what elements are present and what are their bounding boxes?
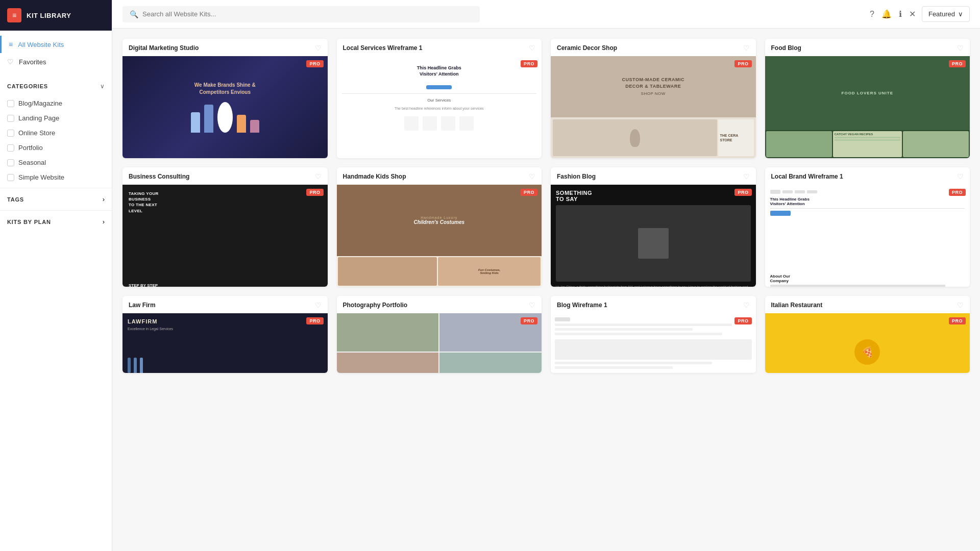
card-local-services-wireframe[interactable]: Local Services Wireframe 1 ♡ PRO This He… xyxy=(337,39,542,158)
preview-kids-bottom: Fun Costumes,Smiling Kids xyxy=(337,256,542,287)
all-website-kits-label: All Website Kits xyxy=(18,41,64,48)
card-ceramic-decor-shop[interactable]: Ceramic Decor Shop ♡ PRO CUSTOM-MADE CER… xyxy=(551,39,756,158)
card-preview: PRO xyxy=(551,313,756,373)
categories-header[interactable]: CATEGORIES ∨ xyxy=(7,83,105,90)
search-box[interactable]: 🔍 xyxy=(122,6,480,22)
preview-text: We Make Brands Shine &Competitors Enviou… xyxy=(194,82,256,96)
favorite-icon[interactable]: ♡ xyxy=(315,172,322,181)
seasonal-checkbox[interactable] xyxy=(7,159,14,166)
card-header: Ceramic Decor Shop ♡ xyxy=(551,39,756,56)
card-title: Blog Wireframe 1 xyxy=(557,302,607,309)
preview-headline: This Headline GrabsVisitors' Attention xyxy=(342,61,537,81)
category-item-landing-page[interactable]: Landing Page xyxy=(0,111,112,126)
category-item-online-store[interactable]: Online Store xyxy=(0,126,112,140)
notification-icon[interactable]: 🔔 xyxy=(881,9,892,19)
kits-chevron-icon: › xyxy=(103,218,105,226)
sidebar-item-favorites[interactable]: ♡ Favorites xyxy=(0,53,112,70)
photo-cell-3 xyxy=(337,353,439,373)
seasonal-label: Seasonal xyxy=(18,159,46,166)
blog-magazine-checkbox[interactable] xyxy=(7,100,14,107)
category-item-simple-website[interactable]: Simple Website xyxy=(0,170,112,185)
preview-line-1 xyxy=(555,323,732,326)
portfolio-checkbox[interactable] xyxy=(7,144,14,152)
card-local-brand-wireframe[interactable]: Local Brand Wireframe 1 ♡ PRO Thi xyxy=(765,167,970,287)
card-preview: PRO SOMETHINGTO SAY Hi, I'm Chloe, a thi… xyxy=(551,185,756,287)
card-blog-wireframe[interactable]: Blog Wireframe 1 ♡ PRO xyxy=(551,296,756,373)
preview-services-text: Our Services xyxy=(342,96,537,105)
preview-italian-logo: 🍕 xyxy=(854,339,880,365)
preview-blog-logo xyxy=(555,317,570,321)
kit-library-icon: ≡ xyxy=(7,8,21,22)
preview-vase xyxy=(553,119,717,156)
card-photography-portfolio[interactable]: Photography Portfolio ♡ PRO xyxy=(337,296,542,373)
favorite-icon[interactable]: ♡ xyxy=(743,172,750,181)
favorite-icon[interactable]: ♡ xyxy=(315,301,322,309)
tags-section[interactable]: TAGS › xyxy=(0,188,112,210)
topbar: 🔍 ? 🔔 ℹ ✕ Featured ∨ xyxy=(112,0,980,29)
card-title: Local Brand Wireframe 1 xyxy=(771,173,843,180)
simple-website-checkbox[interactable] xyxy=(7,174,14,181)
preview-about-area: About OurCompany xyxy=(770,274,965,287)
preview-line-2 xyxy=(555,328,693,331)
favorite-icon[interactable]: ♡ xyxy=(743,44,750,52)
favorite-icon[interactable]: ♡ xyxy=(957,172,964,181)
preview-shapes xyxy=(191,102,259,133)
pro-badge: PRO xyxy=(949,317,966,324)
favorite-icon[interactable]: ♡ xyxy=(743,301,750,309)
preview-store-text: THE CERASTORE xyxy=(720,133,752,142)
online-store-checkbox[interactable] xyxy=(7,130,14,137)
header-icon-glyph: ≡ xyxy=(12,11,16,19)
card-business-consulting[interactable]: Business Consulting ♡ PRO TAKING YOURBUS… xyxy=(122,167,328,287)
pro-badge: PRO xyxy=(521,189,537,196)
card-preview: PRO LAWFIRM Excellence in Legal Services xyxy=(122,313,328,373)
preview-about-title: About OurCompany xyxy=(770,274,965,283)
app-title: KIT LIBRARY xyxy=(27,12,71,19)
card-fashion-blog[interactable]: Fashion Blog ♡ PRO SOMETHINGTO SAY Hi, I… xyxy=(551,167,756,287)
topbar-icons: ? 🔔 ℹ ✕ xyxy=(870,9,916,19)
help-icon[interactable]: ? xyxy=(870,10,874,19)
pro-badge: PRO xyxy=(734,60,751,67)
preview-fashion-title: SOMETHINGTO SAY xyxy=(556,190,751,202)
category-item-portfolio[interactable]: Portfolio xyxy=(0,140,112,155)
card-food-blog[interactable]: Food Blog ♡ PRO FOOD LOVERS UNITE CATCHY… xyxy=(765,39,970,158)
favorites-label: Favorites xyxy=(19,58,46,66)
card-law-firm[interactable]: Law Firm ♡ PRO LAWFIRM Excellence in Leg… xyxy=(122,296,328,373)
info-icon[interactable]: ℹ xyxy=(899,9,902,19)
card-preview: PRO 🍕 xyxy=(765,313,970,373)
preview-business-mid: STEP BY STEP 01 02 03 xyxy=(129,283,322,287)
sidebar: ≡ KIT LIBRARY ≡ All Website Kits ♡ Favor… xyxy=(0,0,112,551)
favorite-icon[interactable]: ♡ xyxy=(529,301,535,309)
preview-line-3 xyxy=(555,333,722,335)
preview-text-col: THE CERASTORE xyxy=(718,119,754,156)
card-header: Food Blog ♡ xyxy=(765,39,970,56)
preview-top-text: CUSTOM-MADE CERAMICDECOR & TABLEWARESHOP… xyxy=(622,77,684,97)
close-icon[interactable]: ✕ xyxy=(909,9,916,19)
simple-website-label: Simple Website xyxy=(18,173,64,181)
kits-by-plan-section[interactable]: KITS BY PLAN › xyxy=(0,210,112,233)
category-item-blog-magazine[interactable]: Blog/Magazine xyxy=(0,96,112,111)
search-input[interactable] xyxy=(142,10,473,18)
sort-select[interactable]: Featured ∨ xyxy=(922,6,970,22)
landing-page-checkbox[interactable] xyxy=(7,115,14,122)
card-preview: PRO xyxy=(337,313,542,373)
favorite-icon[interactable]: ♡ xyxy=(529,44,535,52)
preview-blog-image xyxy=(555,339,752,360)
card-italian-restaurant[interactable]: Italian Restaurant ♡ PRO 🍕 xyxy=(765,296,970,373)
preview-fashion-bio: Hi, I'm Chloe, a thirty-something fashio… xyxy=(556,285,751,287)
preview-logo-placeholder xyxy=(770,190,780,194)
preview-about-lines xyxy=(770,285,965,287)
card-title: Digital Marketing Studio xyxy=(129,44,199,52)
card-header: Digital Marketing Studio ♡ xyxy=(122,39,328,56)
card-handmade-kids-shop[interactable]: Handmade Kids Shop ♡ PRO Handmade Luxury… xyxy=(337,167,542,287)
category-item-seasonal[interactable]: Seasonal xyxy=(0,155,112,170)
preview-divider xyxy=(770,208,965,209)
favorite-icon[interactable]: ♡ xyxy=(957,44,964,52)
favorite-icon[interactable]: ♡ xyxy=(529,172,535,181)
pro-badge: PRO xyxy=(949,60,966,67)
favorite-icon[interactable]: ♡ xyxy=(315,44,322,52)
card-digital-marketing-studio[interactable]: Digital Marketing Studio ♡ PRO We Make B… xyxy=(122,39,328,158)
favorite-icon[interactable]: ♡ xyxy=(957,301,964,309)
preview-services-desc: The best headline references inform abou… xyxy=(342,107,537,110)
sidebar-item-all-website-kits[interactable]: ≡ All Website Kits xyxy=(0,36,112,53)
pro-badge: PRO xyxy=(949,189,966,196)
